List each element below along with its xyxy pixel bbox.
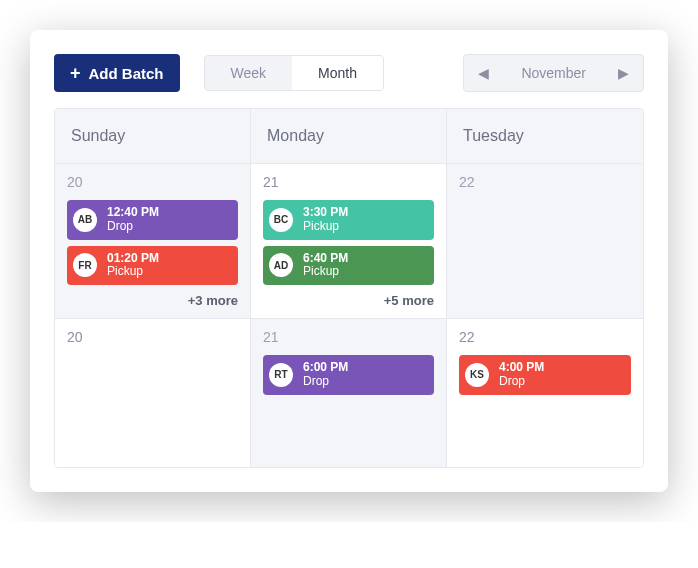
weekday-header: Tuesday (447, 109, 643, 164)
day-number: 21 (263, 329, 434, 345)
toolbar: + Add Batch Week Month ◀ November ▶ (30, 30, 668, 108)
day-number: 22 (459, 329, 631, 345)
event-time: 3:30 PM (303, 206, 348, 220)
day-cell[interactable]: 22KS4:00 PMDrop (447, 319, 643, 467)
event-text: 6:00 PMDrop (303, 361, 348, 389)
event-pill[interactable]: KS4:00 PMDrop (459, 355, 631, 395)
day-cell[interactable]: 22 (447, 164, 643, 319)
weekday-header: Monday (251, 109, 447, 164)
view-month-tab[interactable]: Month (292, 56, 383, 90)
calendar-week-row: 2021RT6:00 PMDrop22KS4:00 PMDrop (55, 319, 643, 467)
calendar-header-row: SundayMondayTuesday (55, 109, 643, 164)
month-label: November (503, 65, 604, 81)
avatar: AB (73, 208, 97, 232)
more-events-link[interactable]: +3 more (67, 293, 238, 308)
calendar-grid-wrap: SundayMondayTuesday 20AB12:40 PMDropFR01… (30, 108, 668, 492)
view-toggle: Week Month (204, 55, 384, 91)
chevron-left-icon: ◀ (478, 65, 489, 81)
event-type: Drop (107, 220, 159, 234)
event-text: 6:40 PMPickup (303, 252, 348, 280)
event-type: Pickup (107, 265, 159, 279)
event-pill[interactable]: AD6:40 PMPickup (263, 246, 434, 286)
event-pill[interactable]: RT6:00 PMDrop (263, 355, 434, 395)
avatar: KS (465, 363, 489, 387)
day-number: 20 (67, 174, 238, 190)
event-time: 6:40 PM (303, 252, 348, 266)
day-cell[interactable]: 21RT6:00 PMDrop (251, 319, 447, 467)
day-cell[interactable]: 21BC3:30 PMPickupAD6:40 PMPickup+5 more (251, 164, 447, 319)
chevron-right-icon: ▶ (618, 65, 629, 81)
avatar: AD (269, 253, 293, 277)
view-week-tab[interactable]: Week (205, 56, 293, 90)
event-text: 12:40 PMDrop (107, 206, 159, 234)
event-type: Pickup (303, 265, 348, 279)
day-cell[interactable]: 20 (55, 319, 251, 467)
event-pill[interactable]: FR01:20 PMPickup (67, 246, 238, 286)
event-time: 12:40 PM (107, 206, 159, 220)
avatar: BC (269, 208, 293, 232)
day-number: 20 (67, 329, 238, 345)
calendar-card: + Add Batch Week Month ◀ November ▶ Sund… (30, 30, 668, 492)
day-number: 21 (263, 174, 434, 190)
add-batch-button[interactable]: + Add Batch (54, 54, 180, 92)
event-time: 01:20 PM (107, 252, 159, 266)
weekday-header: Sunday (55, 109, 251, 164)
avatar: FR (73, 253, 97, 277)
avatar: RT (269, 363, 293, 387)
event-type: Drop (303, 375, 348, 389)
event-pill[interactable]: BC3:30 PMPickup (263, 200, 434, 240)
next-month-button[interactable]: ▶ (612, 61, 635, 85)
event-text: 3:30 PMPickup (303, 206, 348, 234)
prev-month-button[interactable]: ◀ (472, 61, 495, 85)
day-cell[interactable]: 20AB12:40 PMDropFR01:20 PMPickup+3 more (55, 164, 251, 319)
event-type: Pickup (303, 220, 348, 234)
event-pill[interactable]: AB12:40 PMDrop (67, 200, 238, 240)
plus-icon: + (70, 64, 81, 82)
event-text: 01:20 PMPickup (107, 252, 159, 280)
event-type: Drop (499, 375, 544, 389)
day-number: 22 (459, 174, 631, 190)
calendar-week-row: 20AB12:40 PMDropFR01:20 PMPickup+3 more2… (55, 164, 643, 319)
event-time: 4:00 PM (499, 361, 544, 375)
month-navigator: ◀ November ▶ (463, 54, 644, 92)
event-time: 6:00 PM (303, 361, 348, 375)
event-text: 4:00 PMDrop (499, 361, 544, 389)
more-events-link[interactable]: +5 more (263, 293, 434, 308)
calendar-grid: SundayMondayTuesday 20AB12:40 PMDropFR01… (54, 108, 644, 468)
add-batch-label: Add Batch (89, 65, 164, 82)
